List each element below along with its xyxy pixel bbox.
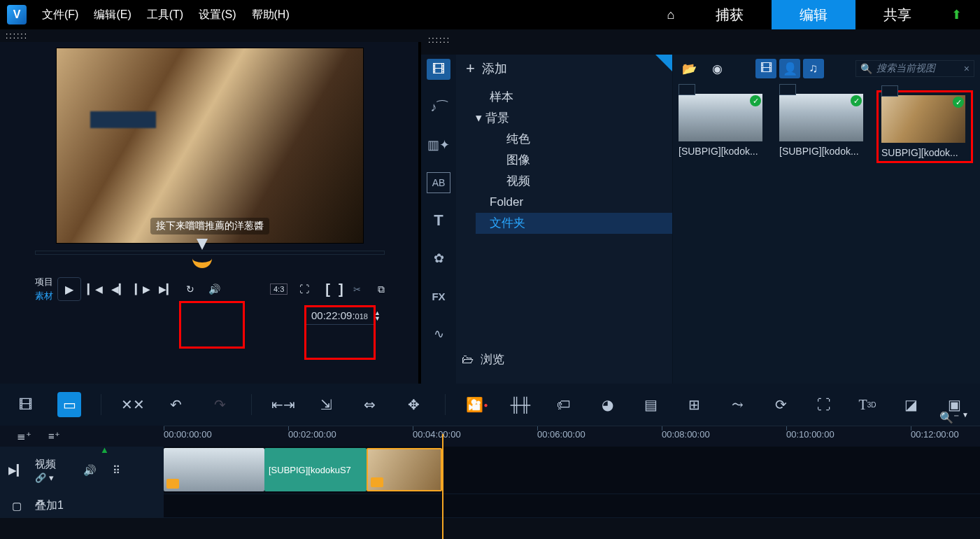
- zoom-menu-icon[interactable]: ▼: [962, 411, 969, 424]
- tree-item-folder-en[interactable]: Folder: [476, 192, 672, 213]
- cut-icon[interactable]: ✂: [348, 279, 367, 299]
- tree-item-image[interactable]: 图像: [476, 150, 672, 171]
- subtitle-icon[interactable]: ▤: [639, 392, 662, 417]
- fit-span-icon[interactable]: ⇤⇥: [271, 392, 295, 417]
- scrubber-bar[interactable]: [35, 251, 385, 255]
- redo-button[interactable]: ↷: [208, 392, 232, 417]
- loop-button[interactable]: ↻: [180, 279, 200, 299]
- view-photo-icon[interactable]: 👤: [779, 59, 800, 78]
- tree-item-video[interactable]: 视频: [476, 171, 672, 192]
- timeline-clip-selected[interactable]: [367, 448, 442, 491]
- mode-edit-tab[interactable]: 编辑: [772, 0, 855, 29]
- track-options-icon[interactable]: ≣⁺: [17, 430, 31, 442]
- mode-share-tab[interactable]: 共享: [855, 0, 939, 29]
- clear-search-icon[interactable]: ×: [964, 63, 970, 74]
- timeline-clip[interactable]: [SUBPIG][kodokuS7: [264, 448, 367, 491]
- move-icon[interactable]: ✥: [402, 392, 425, 417]
- home-icon[interactable]: ⌂: [654, 8, 688, 22]
- undo-button[interactable]: ↶: [164, 392, 188, 417]
- crop-icon[interactable]: ⛶: [812, 392, 836, 417]
- motion-library-icon[interactable]: ∿: [427, 323, 450, 344]
- upload-icon[interactable]: ⬆: [939, 7, 973, 22]
- tree-item-solid[interactable]: 纯色: [476, 129, 672, 150]
- panel-grip-left[interactable]: ::::::: [0, 29, 980, 42]
- step-back-button[interactable]: ◀▎: [109, 279, 129, 299]
- overlay-track-body[interactable]: [164, 494, 980, 517]
- menu-file[interactable]: 文件(F): [42, 8, 78, 22]
- rotate-icon[interactable]: ⟳: [769, 392, 793, 417]
- multi-view-icon[interactable]: ⊞: [682, 392, 706, 417]
- marker-icon[interactable]: 🏷: [552, 392, 576, 417]
- swap-icon[interactable]: ⇔: [358, 392, 382, 417]
- video-preview[interactable]: 接下来嚐嚐推薦的洋葱醬: [56, 48, 364, 244]
- mark-in-button[interactable]: [: [325, 281, 330, 298]
- capture-icon[interactable]: ◉: [706, 59, 727, 78]
- record-icon[interactable]: 🎦●: [465, 392, 489, 417]
- panel-grip-right[interactable]: ::::::: [422, 34, 456, 46]
- fx-library-icon[interactable]: FX: [427, 286, 450, 307]
- timeline-toolbar: 🎞 ▭ ✕✕ ↶ ↷ ⇤⇥ ⇲ ⇔ ✥ 🎦● ╫╫ 🏷 ◕ ▤ ⊞ ⤳ ⟳ ⛶ …: [0, 384, 980, 426]
- fullscreen-icon[interactable]: ⛶: [294, 279, 314, 299]
- app-logo-icon: V: [7, 5, 27, 24]
- volume-button[interactable]: 🔊: [204, 279, 224, 299]
- clip-thumb[interactable]: ✓ [SUBPIG][kodok...: [779, 94, 869, 160]
- tree-item-bg[interactable]: ▾ 背景: [476, 108, 672, 129]
- media-library-icon[interactable]: 🎞: [427, 59, 450, 80]
- mute-icon[interactable]: 🔊: [81, 462, 98, 479]
- track-header-video[interactable]: ▶▎ 视频 🔗 ▾ 🔊 ⠿: [0, 447, 164, 493]
- import-icon[interactable]: 📂: [679, 59, 700, 78]
- menu-settings[interactable]: 设置(S): [199, 8, 236, 22]
- menu-edit[interactable]: 编辑(E): [94, 8, 131, 22]
- timeline-clip[interactable]: [164, 448, 264, 491]
- timeline-tracks: ▶▎ 视频 🔗 ▾ 🔊 ⠿ [SUBPIG][kodokuS7 ▢ 叠加1: [0, 447, 980, 518]
- clip-thumb[interactable]: ✓ [SUBPIG][kodok...: [679, 94, 768, 160]
- chapter-icon[interactable]: ◕: [595, 392, 619, 417]
- mode-clip-label[interactable]: 素材: [35, 290, 53, 302]
- video-track-body[interactable]: [SUBPIG][kodokuS7: [164, 447, 980, 493]
- track-fx-icon[interactable]: ⠿: [108, 462, 125, 479]
- title-library-icon[interactable]: AB: [427, 172, 450, 193]
- go-start-button[interactable]: ▎◀: [85, 279, 105, 299]
- clip-label: [SUBPIG][kodokuS7: [269, 465, 351, 475]
- speed-icon[interactable]: ⤳: [725, 392, 749, 417]
- playhead-marker-icon[interactable]: [197, 239, 208, 250]
- mask-icon[interactable]: ◪: [899, 392, 923, 417]
- split-marker-icon[interactable]: [192, 255, 212, 268]
- text3d-icon[interactable]: T3D: [855, 392, 879, 417]
- track-add-icon[interactable]: ≡⁺: [48, 430, 60, 442]
- tree-item-folder-cn[interactable]: 文件夹: [476, 213, 672, 234]
- pin-icon[interactable]: [655, 55, 672, 71]
- view-video-icon[interactable]: 🎞: [755, 59, 776, 78]
- plus-icon: +: [466, 59, 475, 78]
- storyboard-view-icon[interactable]: 🎞: [14, 392, 38, 417]
- mode-capture-tab[interactable]: 捕获: [688, 0, 772, 29]
- timeline-playhead[interactable]: [442, 434, 443, 539]
- play-button[interactable]: ▶: [57, 277, 81, 301]
- tools-icon[interactable]: ✕✕: [121, 392, 145, 417]
- zoom-out-icon[interactable]: 🔍⁻: [939, 411, 959, 424]
- timeline-ruler[interactable]: 00:00:00:00 00:02:00:00 00:04:00:00 00:0…: [164, 426, 980, 447]
- add-folder-button[interactable]: + 添加: [456, 55, 672, 83]
- tree-item-sample[interactable]: 样本: [476, 87, 672, 108]
- view-audio-icon[interactable]: ♫: [803, 59, 824, 78]
- search-input[interactable]: 🔍 搜索当前视图 ×: [855, 60, 974, 77]
- insert-right-icon[interactable]: ⇲: [315, 392, 339, 417]
- browse-icon: 🗁: [462, 353, 474, 367]
- step-fwd-button[interactable]: ▎▶: [133, 279, 152, 299]
- mode-project-label[interactable]: 项目: [35, 276, 53, 288]
- clip-thumb-highlighted[interactable]: ✓ SUBPIG][kodok...: [880, 94, 970, 160]
- aspect-ratio-badge[interactable]: 4:3: [270, 284, 287, 295]
- audio-library-icon[interactable]: ♪⁀: [427, 97, 450, 118]
- text-library-icon[interactable]: T: [427, 210, 450, 231]
- menu-tool[interactable]: 工具(T): [147, 8, 183, 22]
- timeline-view-icon[interactable]: ▭: [57, 392, 81, 417]
- copy-clip-icon[interactable]: ⧉: [371, 279, 391, 299]
- graphics-library-icon[interactable]: ✿: [427, 248, 450, 269]
- menu-help[interactable]: 帮助(H): [252, 8, 290, 22]
- go-end-button[interactable]: ▶▎: [157, 279, 176, 299]
- mark-out-button[interactable]: ]: [339, 281, 343, 298]
- audio-mixer-icon[interactable]: ╫╫: [509, 392, 532, 417]
- browse-button[interactable]: 🗁浏览: [462, 351, 504, 368]
- track-header-overlay[interactable]: ▢ 叠加1: [0, 494, 164, 517]
- transition-library-icon[interactable]: ▥✦: [427, 134, 450, 155]
